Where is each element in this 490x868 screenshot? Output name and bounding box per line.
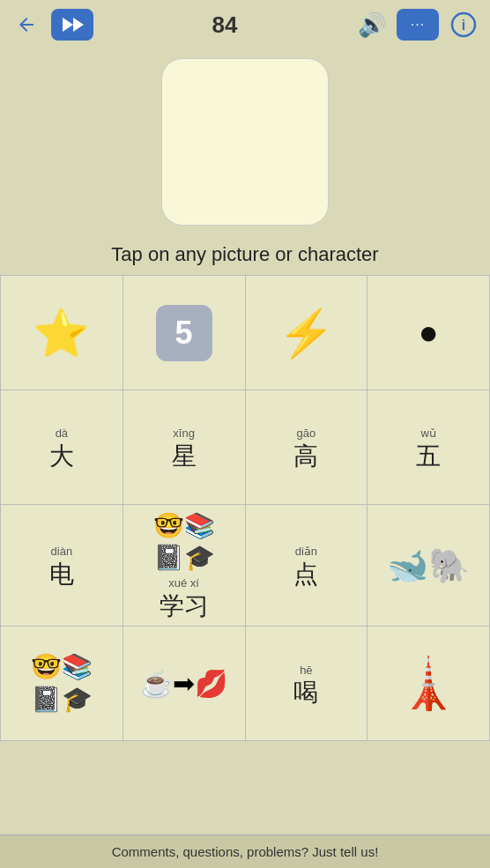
cell-dot[interactable]: ● bbox=[368, 276, 490, 390]
cell-he[interactable]: hē 喝 bbox=[246, 627, 368, 741]
xuexi-hanzi: 学习 bbox=[160, 591, 209, 621]
bottom-bar: Comments, questions, problems? Just tell… bbox=[0, 835, 490, 868]
whale-elephant-icon: 🐋🐘 bbox=[387, 546, 470, 585]
flash-card-area bbox=[0, 49, 490, 240]
da-pinyin: dà bbox=[56, 427, 68, 441]
xing-hanzi: 星 bbox=[172, 441, 197, 471]
five-icon: 5 bbox=[156, 305, 212, 361]
cell-gao[interactable]: gāo 高 bbox=[246, 390, 368, 505]
counter-label: 84 bbox=[212, 11, 238, 39]
cell-tower[interactable]: 🗼 bbox=[368, 627, 490, 741]
he-pinyin: hē bbox=[300, 664, 312, 679]
xing-pinyin: xīng bbox=[173, 427, 195, 441]
top-bar: 84 🔊 ··· i bbox=[0, 0, 490, 49]
learn-img-icon: 🤓📚📓🎓 bbox=[31, 651, 93, 716]
wu-pinyin: wǔ bbox=[420, 427, 435, 441]
cell-da[interactable]: dà 大 bbox=[1, 390, 123, 505]
gao-hanzi: 高 bbox=[293, 441, 318, 471]
back-button[interactable] bbox=[11, 9, 42, 41]
cell-five[interactable]: 5 bbox=[123, 276, 246, 390]
drink-img-icon: ☕➡💋 bbox=[140, 668, 227, 699]
bolt-icon: ⚡ bbox=[278, 310, 335, 356]
dian2-pinyin: diǎn bbox=[295, 545, 317, 560]
gao-pinyin: gāo bbox=[297, 427, 316, 441]
dian1-pinyin: diàn bbox=[51, 545, 73, 560]
cell-xuexi[interactable]: 🤓📚📓🎓 xué xí 学习 bbox=[123, 505, 246, 627]
cell-wu[interactable]: wǔ 五 bbox=[368, 390, 490, 505]
vocabulary-grid: ⭐ 5 ⚡ ● dà 大 xīng 星 gāo 高 wǔ 五 diàn 电 🤓📚… bbox=[0, 275, 490, 741]
dian2-hanzi: 点 bbox=[293, 560, 318, 590]
volume-button[interactable]: 🔊 bbox=[356, 9, 388, 41]
more-button[interactable]: ··· bbox=[397, 9, 439, 41]
cell-whale[interactable]: 🐋🐘 bbox=[368, 505, 490, 627]
info-button[interactable]: i bbox=[448, 9, 479, 41]
dot-icon: ● bbox=[419, 314, 439, 352]
xuexi-pinyin: xué xí bbox=[168, 576, 199, 591]
wu-hanzi: 五 bbox=[416, 441, 441, 471]
dian1-hanzi: 电 bbox=[49, 560, 74, 590]
cell-dian1[interactable]: diàn 电 bbox=[1, 505, 123, 627]
cell-learn-img[interactable]: 🤓📚📓🎓 bbox=[1, 627, 123, 741]
cell-bolt[interactable]: ⚡ bbox=[246, 276, 368, 390]
da-hanzi: 大 bbox=[49, 441, 74, 471]
tower-icon: 🗼 bbox=[397, 655, 459, 713]
cell-xing[interactable]: xīng 星 bbox=[123, 390, 246, 505]
bottom-bar-text: Comments, questions, problems? Just tell… bbox=[112, 844, 379, 859]
instruction-text: Tap on any picture or character bbox=[0, 240, 490, 275]
he-hanzi: 喝 bbox=[293, 678, 318, 708]
cell-star[interactable]: ⭐ bbox=[1, 276, 123, 390]
cell-drink-img[interactable]: ☕➡💋 bbox=[123, 627, 246, 741]
svg-text:i: i bbox=[462, 18, 465, 33]
star-icon: ⭐ bbox=[33, 310, 90, 356]
cell-dian2[interactable]: diǎn 点 bbox=[246, 505, 368, 627]
forward-button[interactable] bbox=[51, 9, 93, 41]
flash-card[interactable] bbox=[161, 58, 329, 226]
xuexi-emoji: 🤓📚📓🎓 bbox=[153, 510, 215, 575]
